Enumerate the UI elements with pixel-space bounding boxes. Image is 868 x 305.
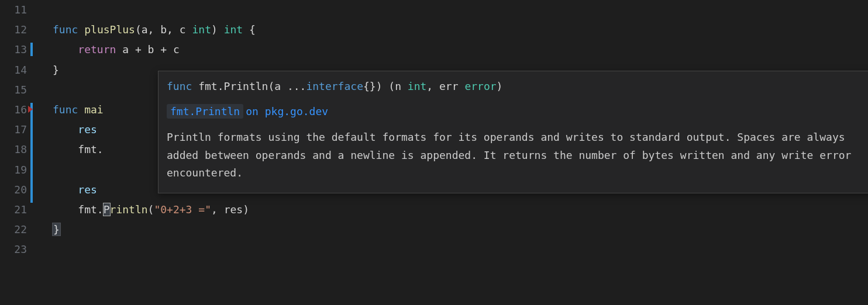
line-number: 11	[0, 0, 27, 20]
line-number: 14	[0, 60, 27, 80]
string-literal: "0+2+3 ="	[154, 203, 211, 216]
hover-link-row: fmt.Printlnon pkg.go.dev	[167, 103, 868, 120]
code-area[interactable]: func plusPlus(a, b, c int) int { return …	[35, 0, 868, 305]
line-number: 19	[0, 160, 27, 180]
line-number-gutter: 11121314151617181920212223	[0, 0, 35, 305]
line-number: 18	[0, 140, 27, 160]
keyword: func	[53, 103, 78, 116]
line-number: 12	[0, 20, 27, 40]
line-number: 15	[0, 80, 27, 100]
code-line[interactable]: }	[35, 220, 868, 240]
line-number: 20	[0, 180, 27, 200]
code-editor[interactable]: 11121314151617181920212223 func plusPlus…	[0, 0, 868, 305]
line-number: 13	[0, 40, 27, 60]
type: int	[192, 23, 211, 36]
hover-tooltip[interactable]: func fmt.Println(a ...interface{}) (n in…	[158, 71, 868, 193]
keyword: return	[78, 43, 116, 56]
method-call: rintln	[110, 203, 148, 216]
func-name: mai	[78, 103, 103, 116]
line-number: 23	[0, 240, 27, 259]
doc-link-suffix: on pkg.go.dev	[246, 105, 328, 117]
line-number: 16	[0, 100, 27, 120]
type: int	[224, 23, 243, 36]
doc-link[interactable]: fmt.Printlnon pkg.go.dev	[167, 105, 328, 117]
modified-indicator	[30, 43, 33, 56]
hover-signature: func fmt.Println(a ...interface{}) (n in…	[167, 78, 868, 95]
code-line[interactable]: func plusPlus(a, b, c int) int {	[35, 20, 868, 40]
gutter-error-marker-icon	[28, 106, 33, 113]
line-number: 17	[0, 120, 27, 140]
line-number: 21	[0, 200, 27, 220]
brace-match: }	[53, 223, 60, 235]
doc-link-name: fmt.Println	[167, 104, 243, 119]
func-name: plusPlus	[84, 23, 135, 36]
code-line[interactable]: fmt.Println("0+2+3 =", res)	[35, 200, 868, 220]
code-line[interactable]	[35, 0, 868, 20]
keyword: func	[53, 23, 78, 36]
modified-indicator	[30, 103, 33, 203]
text-cursor: P	[104, 203, 110, 216]
code-line[interactable]: return a + b + c	[35, 40, 868, 60]
code-line[interactable]	[35, 240, 868, 259]
line-number: 22	[0, 220, 27, 240]
hover-description: Println formats using the default format…	[167, 129, 868, 182]
